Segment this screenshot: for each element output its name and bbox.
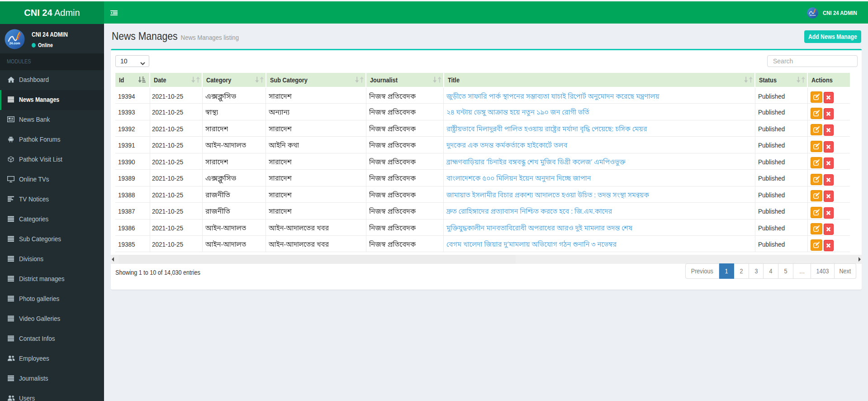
svg-text:24.com: 24.com xyxy=(9,42,20,45)
svg-text:24.com: 24.com xyxy=(810,14,816,16)
